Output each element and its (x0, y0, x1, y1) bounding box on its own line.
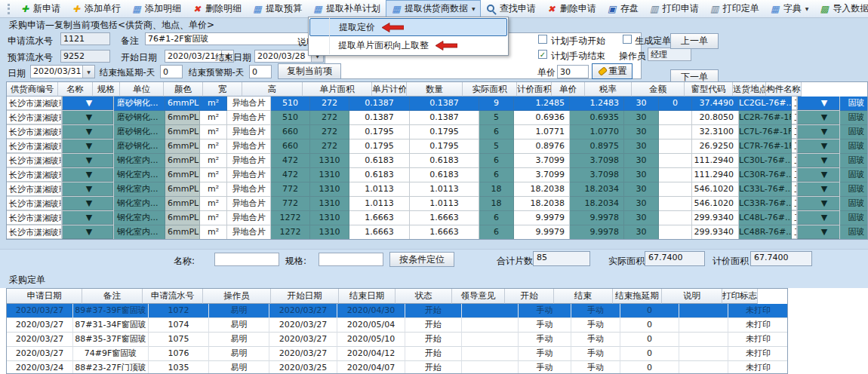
toolbar-button[interactable]: 新申请 ▼ (14, 0, 66, 17)
orders-column-header[interactable]: 开始日期 (271, 289, 339, 304)
grid-column-header[interactable]: 单片计价面积 (372, 82, 407, 97)
table-row[interactable]: 长沙市潇湘玻璃实...▼ 钢化室内... 6mmPLE... m² 异地合片 7… (7, 197, 867, 211)
orders-column-header[interactable]: 申请流水号 (143, 289, 203, 304)
chevron-down-icon[interactable]: ▼ (797, 125, 840, 139)
table-row[interactable]: 长沙市潇湘玻璃实...▼ 磨砂钢化... 6mmPLE... m² 异地合片 6… (7, 139, 867, 154)
chevron-down-icon[interactable]: ▼ (797, 97, 840, 110)
toolbar-button[interactable]: 打印定单 ▼ (704, 0, 765, 17)
table-row[interactable]: 2020/03/27 89#37-39F窗固玻 1072 易明 2020/03/… (7, 304, 787, 318)
delivery-combo-cell[interactable]: 工厂使用▼ (792, 125, 840, 139)
chevron-down-icon[interactable]: ▼ (797, 225, 840, 239)
orders-column-header[interactable]: 申请日期 (7, 289, 82, 304)
budget-no-field[interactable] (60, 50, 110, 63)
grid-column-header[interactable]: 数量 (407, 82, 463, 97)
chevron-down-icon[interactable]: ▼ (62, 97, 113, 110)
grid-column-header[interactable]: 单位 (120, 82, 164, 97)
chevron-down-icon[interactable]: ▼ (797, 182, 840, 196)
chevron-down-icon[interactable]: ▼ (797, 168, 840, 182)
toolbar-button[interactable]: 打印申请 ▼ (644, 0, 704, 17)
supplier-combo-cell[interactable]: 长沙市潇湘玻璃实...▼ (7, 211, 114, 225)
end-warn-field[interactable] (249, 65, 272, 78)
grid-column-header[interactable]: 供货商编号 (7, 82, 58, 97)
chevron-down-icon[interactable]: ▼ (62, 182, 113, 196)
grid-column-header[interactable]: 单片面积 (303, 82, 372, 97)
unit-price-field[interactable] (557, 65, 589, 78)
orders-column-header[interactable]: 备注 (82, 289, 143, 304)
table-row[interactable]: 长沙市潇湘玻璃实...▼ 钢化室内... 6mmPLE... m² 异地合片 1… (7, 225, 867, 240)
orders-column-header[interactable]: 领导意见 (452, 289, 505, 304)
reset-button[interactable]: 重置 (592, 63, 633, 79)
chevron-down-icon[interactable]: ▼ (82, 66, 94, 78)
request-no-field[interactable] (60, 32, 110, 45)
toolbar-button[interactable]: 添加明细 ▼ (126, 0, 186, 17)
table-row[interactable]: 长沙市潇湘玻璃实...▼ 钢化室内... 6mmPLE... m² 异地合片 1… (7, 211, 867, 225)
date-combo[interactable]: 2020/03/31▼ (30, 65, 95, 78)
delivery-combo-cell[interactable]: 工厂使用▼ (792, 168, 840, 182)
grid-column-header[interactable]: 实际面积 (463, 82, 517, 97)
grid-column-header[interactable]: 窗型代码 (685, 82, 733, 97)
chevron-down-icon[interactable]: ▼ (62, 154, 113, 167)
delivery-combo-cell[interactable]: 工厂使用▼ (792, 182, 840, 197)
filter-spec-input[interactable] (319, 253, 383, 266)
toolbar-button[interactable]: 提取供货商数据 ▼ (386, 0, 481, 17)
orders-column-header[interactable]: 打印标志 (722, 289, 758, 304)
toolbar-button[interactable]: 删除申请 ▼ (541, 0, 602, 17)
grid-column-header[interactable]: 送货地点 (733, 82, 766, 97)
supplier-combo-cell[interactable]: 长沙市潇湘玻璃实...▼ (7, 154, 114, 168)
delivery-combo-cell[interactable]: 工厂使用▼ (792, 225, 840, 240)
grid-column-header[interactable]: 宽 (203, 82, 242, 97)
prev-order-button[interactable]: 上一单 (670, 33, 719, 49)
table-row[interactable]: 2020/03/27 88#35-37F窗固玻 1075 易明 2020/03/… (7, 333, 787, 347)
table-row[interactable]: 长沙市潇湘玻璃实...▼ 钢化室内... 6mmPLE... m² 异地合片 4… (7, 168, 867, 182)
chevron-down-icon[interactable]: ▼ (62, 168, 113, 182)
orders-column-header[interactable]: 说明 (662, 289, 722, 304)
supplier-combo-cell[interactable]: 长沙市潇湘玻璃实...▼ (7, 168, 114, 182)
chevron-down-icon[interactable]: ▼ (62, 197, 113, 210)
chevron-down-icon[interactable]: ▼ (797, 211, 840, 225)
delivery-combo-cell[interactable]: 工厂使用▼ (792, 97, 840, 111)
toolbar-button[interactable]: 提取补单计划 ▼ (307, 0, 386, 17)
chevron-down-icon[interactable]: ▼ (797, 154, 840, 167)
orders-column-header[interactable]: 结束拖延期 (613, 289, 662, 304)
menu-item[interactable]: 提取定价 (309, 18, 507, 36)
toolbar-button[interactable]: 添加单行 ▼ (66, 0, 126, 17)
end-delay-field[interactable] (160, 65, 183, 78)
grid-column-header[interactable]: 颜色 (164, 82, 203, 97)
copy-current-button[interactable]: 复制当前项 (278, 63, 341, 79)
locate-button[interactable]: 按条件定位 (389, 252, 454, 267)
grid-column-header[interactable]: 高 (242, 82, 303, 97)
chevron-down-icon[interactable]: ▼ (62, 111, 113, 124)
toolbar-button[interactable]: 存盘 ▼ (602, 0, 644, 17)
chevron-down-icon[interactable]: ▼ (62, 211, 113, 225)
delivery-combo-cell[interactable]: 工厂使用▼ (792, 139, 840, 154)
grid-column-header[interactable]: 构件名称 (766, 82, 802, 97)
manual-start-checkbox[interactable] (538, 35, 547, 44)
grid-column-header[interactable]: 计价面积 (517, 82, 552, 97)
menu-item[interactable]: 提取单片面积向上取整 (309, 36, 507, 54)
toolbar-button[interactable]: 提取预算 ▼ (247, 0, 307, 17)
manual-end-checkbox[interactable]: ✓ (538, 50, 547, 59)
table-row[interactable]: 2020/03/27 87#31-34F窗固玻 1074 易明 2020/03/… (7, 318, 787, 333)
toolbar-button[interactable]: 导入数据 ▼ (814, 0, 868, 17)
generate-order-checkbox[interactable] (623, 35, 632, 44)
grid-column-header[interactable]: 税率 (585, 82, 632, 97)
toolbar-button[interactable]: 删除明细 ▼ (186, 0, 247, 17)
chevron-down-icon[interactable]: ▼ (62, 139, 113, 153)
orders-column-header[interactable]: 结束 (554, 289, 613, 304)
supplier-combo-cell[interactable]: 长沙市潇湘玻璃实...▼ (7, 225, 114, 240)
delivery-combo-cell[interactable]: 工厂使用▼ (792, 197, 840, 211)
supplier-combo-cell[interactable]: 长沙市潇湘玻璃实...▼ (7, 139, 114, 154)
supplier-combo-cell[interactable]: 长沙市潇湘玻璃实...▼ (7, 111, 114, 125)
delivery-combo-cell[interactable]: 工厂使用▼ (792, 111, 840, 125)
supplier-combo-cell[interactable]: 长沙市潇湘玻璃实...▼ (7, 197, 114, 211)
table-row[interactable]: 长沙市潇湘玻璃实...▼ 磨砂钢化... 6mmPLE... m² 异地合片 5… (7, 97, 867, 111)
table-row[interactable]: 2020/03/27 74#9F窗固玻 1076 易明 2020/03/27 2… (7, 347, 787, 361)
grid-column-header[interactable]: 单价 (552, 82, 585, 97)
supplier-combo-cell[interactable]: 长沙市潇湘玻璃实...▼ (7, 125, 114, 139)
chevron-down-icon[interactable]: ▼ (62, 225, 113, 239)
supplier-combo-cell[interactable]: 长沙市潇湘玻璃实...▼ (7, 97, 114, 111)
grid-column-header[interactable]: 金额 (632, 82, 685, 97)
table-row[interactable]: 长沙市潇湘玻璃实...▼ 钢化室内... 6mmPLE... m² 异地合片 7… (7, 182, 867, 197)
chevron-down-icon[interactable]: ▼ (797, 111, 840, 124)
toolbar-button[interactable]: 查找申请 ▼ (481, 0, 541, 17)
